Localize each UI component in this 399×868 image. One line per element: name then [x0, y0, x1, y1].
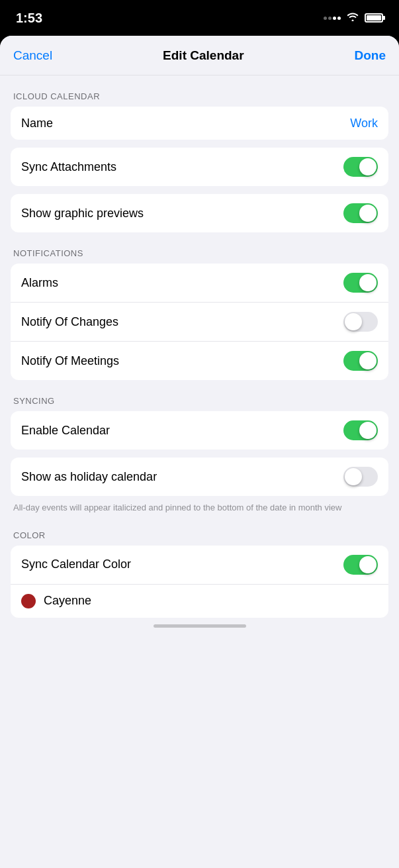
holiday-row: Show as holiday calendar	[11, 458, 388, 496]
name-value[interactable]: Work	[350, 117, 378, 130]
notify-changes-row: Notify Of Changes	[11, 302, 388, 341]
sync-attachments-card: Sync Attachments	[11, 148, 388, 186]
section-graphic-previews: Show graphic previews	[0, 194, 399, 232]
holiday-card: Show as holiday calendar	[11, 458, 388, 496]
holiday-toggle[interactable]	[343, 467, 378, 487]
notifications-card: Alarms Notify Of Changes Notify Of Meeti…	[11, 264, 388, 380]
syncing-section-header: Syncing	[0, 396, 399, 411]
graphic-previews-row: Show graphic previews	[11, 194, 388, 232]
sync-calendar-color-label: Sync Calendar Color	[21, 557, 131, 571]
done-button[interactable]: Done	[354, 48, 386, 63]
notify-meetings-row: Notify Of Meetings	[11, 341, 388, 380]
toggle-thumb	[359, 422, 377, 439]
notify-changes-label: Notify Of Changes	[21, 315, 118, 329]
status-time: 1:53	[16, 11, 42, 26]
cayenne-color-dot	[21, 594, 36, 608]
sync-attachments-toggle[interactable]	[343, 157, 378, 177]
toggle-thumb	[345, 313, 362, 330]
sync-attachments-label: Sync Attachments	[21, 160, 116, 174]
holiday-note: All-day events will appear italicized an…	[0, 496, 399, 514]
screen: Cancel Edit Calendar Done iCloud Calenda…	[0, 36, 399, 868]
show-graphic-previews-toggle[interactable]	[343, 203, 378, 223]
section-color: Color Sync Calendar Color Cayenne	[0, 530, 399, 618]
battery-icon	[365, 13, 383, 23]
toggle-thumb	[345, 468, 362, 485]
page-title: Edit Calendar	[163, 48, 244, 63]
holiday-label: Show as holiday calendar	[21, 470, 157, 484]
notify-meetings-label: Notify Of Meetings	[21, 354, 119, 368]
notifications-section-header: Notifications	[0, 248, 399, 264]
notify-meetings-toggle[interactable]	[343, 351, 378, 371]
section-icloud: iCloud Calendar Name Work	[0, 91, 399, 140]
sync-attachments-row: Sync Attachments	[11, 148, 388, 186]
scroll-indicator	[154, 624, 246, 628]
syncing-card: Enable Calendar	[11, 411, 388, 450]
section-holiday: Show as holiday calendar All-day events …	[0, 458, 399, 514]
color-card: Sync Calendar Color Cayenne	[11, 546, 388, 618]
status-icons	[324, 12, 383, 24]
nav-bar: Cancel Edit Calendar Done	[0, 36, 399, 75]
content: iCloud Calendar Name Work Sync Attachmen…	[0, 75, 399, 868]
cancel-button[interactable]: Cancel	[13, 48, 52, 63]
status-bar: 1:53	[0, 0, 399, 36]
cayenne-label: Cayenne	[44, 594, 91, 608]
alarms-label: Alarms	[21, 276, 58, 290]
section-sync-attachments: Sync Attachments	[0, 148, 399, 186]
enable-calendar-toggle[interactable]	[343, 420, 378, 440]
icloud-card: Name Work	[11, 107, 388, 140]
toggle-thumb	[359, 158, 377, 175]
section-notifications: Notifications Alarms Notify Of Changes N…	[0, 248, 399, 380]
notify-changes-toggle[interactable]	[343, 312, 378, 332]
toggle-thumb	[359, 352, 377, 369]
graphic-previews-label: Show graphic previews	[21, 207, 144, 220]
wifi-icon	[346, 12, 359, 24]
enable-calendar-label: Enable Calendar	[21, 424, 110, 438]
alarms-toggle[interactable]	[343, 273, 378, 293]
color-section-header: Color	[0, 530, 399, 546]
section-syncing: Syncing Enable Calendar	[0, 396, 399, 450]
icloud-section-header: iCloud Calendar	[0, 91, 399, 107]
toggle-thumb	[359, 274, 377, 291]
signal-icon	[324, 17, 341, 20]
alarms-row: Alarms	[11, 264, 388, 302]
toggle-thumb	[359, 556, 377, 573]
sync-calendar-color-toggle[interactable]	[343, 555, 378, 575]
toggle-thumb	[359, 205, 377, 222]
cayenne-row[interactable]: Cayenne	[11, 584, 388, 618]
enable-calendar-row: Enable Calendar	[11, 411, 388, 450]
graphic-previews-card: Show graphic previews	[11, 194, 388, 232]
sync-calendar-color-row: Sync Calendar Color	[11, 546, 388, 584]
name-label: Name	[21, 117, 53, 130]
name-row: Name Work	[11, 107, 388, 140]
